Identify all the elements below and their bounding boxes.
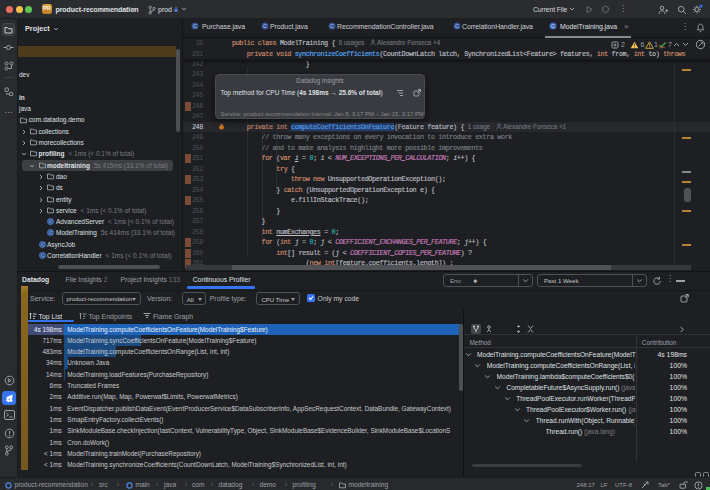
svg-text:C: C [41, 253, 44, 258]
svg-text:C: C [49, 219, 52, 224]
svg-text:C: C [263, 23, 267, 29]
svg-text:C: C [41, 242, 44, 247]
svg-text:C: C [49, 231, 52, 236]
svg-text:C: C [551, 23, 555, 29]
svg-text:C: C [193, 23, 197, 29]
svg-text:C: C [330, 23, 334, 29]
svg-text:C: C [455, 23, 459, 29]
